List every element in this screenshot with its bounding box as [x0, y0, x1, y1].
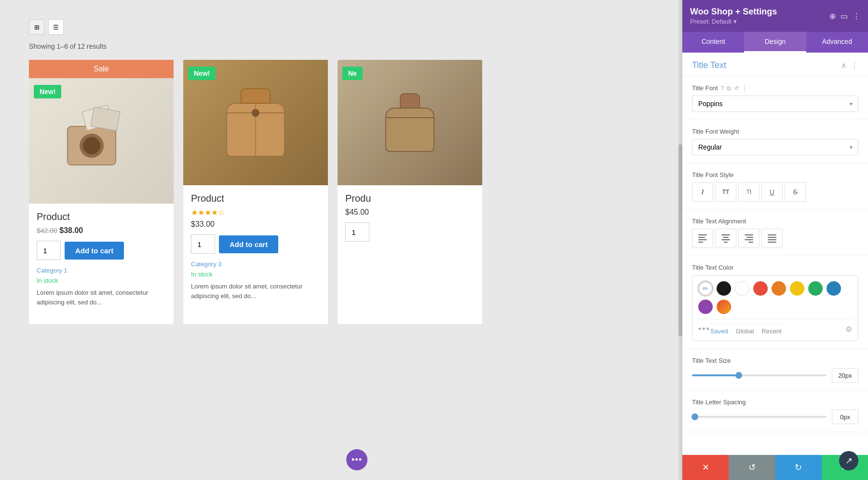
- color-picker-area: ✏ ••• Sav: [692, 275, 858, 341]
- color-swatches-row: ✏: [698, 281, 852, 314]
- list-view-button[interactable]: ☰: [48, 19, 64, 35]
- font-weight-select[interactable]: Regular: [692, 139, 858, 155]
- grid-icon: ⊞: [34, 24, 40, 31]
- title-text-alignment-group: Title Text Alignment: [682, 210, 868, 256]
- color-swatch-gradient[interactable]: [717, 300, 731, 314]
- title-text-size-group: Title Text Size 20px: [682, 349, 868, 391]
- product-description: Lorem ipsum dolor sit amet, consectetur …: [37, 288, 166, 307]
- floating-dots-button[interactable]: •••: [346, 449, 367, 470]
- price-wrap: $33.00: [191, 220, 320, 229]
- color-tab-global[interactable]: Global: [736, 328, 754, 335]
- align-right-icon: [745, 234, 753, 243]
- section-header: Title Text ∧ ⋮: [682, 53, 868, 77]
- collapse-icon[interactable]: ∧: [841, 61, 847, 70]
- quantity-input[interactable]: [37, 241, 61, 260]
- font-style-buttons: I TT Tt U S: [692, 182, 858, 202]
- add-to-cart-row: Add to cart: [191, 234, 320, 254]
- product-description: Lorem ipsum dolor sit amet, consectetur …: [191, 282, 320, 301]
- font-help-icon[interactable]: ?: [721, 85, 724, 92]
- title-text-size-label: Title Text Size: [692, 357, 858, 364]
- scroll-thumb[interactable]: [678, 144, 682, 336]
- redo-button[interactable]: ↻: [775, 455, 822, 480]
- color-swatch-yellow[interactable]: [790, 281, 804, 296]
- size-slider-value[interactable]: 20px: [832, 368, 858, 383]
- price-regular: $33.00: [191, 220, 215, 228]
- more-icon[interactable]: ⋮: [853, 12, 860, 21]
- color-more-dots[interactable]: •••: [698, 324, 710, 334]
- category-link[interactable]: Category 3: [191, 261, 320, 268]
- uppercase-button[interactable]: TT: [715, 182, 736, 202]
- underline-button[interactable]: U: [761, 182, 783, 202]
- capitalize-button[interactable]: Tt: [738, 182, 760, 202]
- eyedropper-button[interactable]: ✏: [698, 281, 713, 296]
- new-badge: New!: [188, 67, 216, 80]
- align-right-button[interactable]: [738, 229, 760, 248]
- color-swatch-green[interactable]: [808, 281, 823, 296]
- help-icon: ↗: [845, 455, 853, 466]
- strikethrough-button[interactable]: S: [785, 182, 806, 202]
- color-swatch-purple[interactable]: [698, 300, 713, 314]
- undo-icon: ↺: [748, 462, 756, 473]
- size-slider-thumb[interactable]: [735, 372, 742, 379]
- quantity-input[interactable]: [345, 222, 369, 242]
- section-more-icon[interactable]: ⋮: [851, 61, 858, 70]
- add-to-cart-button[interactable]: Add to cart: [65, 242, 124, 260]
- preset-label: Preset: Default: [690, 18, 732, 25]
- color-tab-saved[interactable]: Saved: [710, 328, 728, 335]
- align-center-button[interactable]: [715, 229, 736, 248]
- color-settings-icon[interactable]: ⚙: [845, 325, 852, 334]
- stars: ★★★★☆: [191, 208, 320, 217]
- product-image-wrap: Ne: [338, 60, 482, 185]
- color-swatch-white[interactable]: [735, 281, 749, 296]
- title-text-color-group: Title Text Color ✏: [682, 256, 868, 349]
- italic-button[interactable]: I: [692, 182, 713, 202]
- grid-view-button[interactable]: ⊞: [29, 19, 44, 35]
- color-tab-recent[interactable]: Recent: [761, 328, 781, 335]
- spacing-slider-value[interactable]: 0px: [832, 410, 858, 424]
- font-select[interactable]: Poppins: [692, 96, 858, 112]
- size-slider-track[interactable]: [692, 374, 826, 376]
- price-wrap: $42.00 $38.00: [37, 226, 166, 235]
- color-tabs: Saved Global Recent: [710, 323, 782, 335]
- cancel-button[interactable]: ✕: [682, 455, 729, 480]
- color-swatch-orange[interactable]: [772, 281, 786, 296]
- color-swatch-black[interactable]: [717, 281, 731, 296]
- scrollbar[interactable]: [678, 0, 682, 480]
- align-left-button[interactable]: [692, 229, 713, 248]
- in-stock-badge: In stock: [37, 277, 166, 284]
- product-title: Produ: [345, 193, 475, 204]
- color-swatch-red[interactable]: [753, 281, 768, 296]
- svg-point-2: [83, 137, 100, 154]
- font-copy-icon[interactable]: ⧉: [727, 85, 731, 92]
- floating-help-button[interactable]: ↗: [839, 451, 858, 470]
- spacing-slider-track[interactable]: [692, 416, 826, 418]
- title-font-label: Title Font ? ⧉ ↺ ⋮: [692, 84, 858, 92]
- preset-chevron[interactable]: ▾: [733, 18, 737, 25]
- align-justify-button[interactable]: [761, 229, 783, 248]
- category-link[interactable]: Category 1: [37, 267, 166, 274]
- price-regular: $45.00: [345, 208, 369, 216]
- panel-body: Title Text ∧ ⋮ Title Font ? ⧉ ↺ ⋮ Poppin: [682, 53, 868, 455]
- tab-advanced[interactable]: Advanced: [806, 32, 868, 53]
- tab-content[interactable]: Content: [682, 32, 744, 53]
- spacing-slider-thumb[interactable]: [692, 413, 698, 420]
- price-original: $42.00: [37, 227, 57, 234]
- quantity-input[interactable]: [191, 234, 215, 254]
- expand-icon[interactable]: ▭: [841, 12, 848, 21]
- color-swatch-blue[interactable]: [827, 281, 841, 296]
- add-to-cart-row: [345, 222, 475, 242]
- product-image-wrap: New!: [29, 78, 174, 204]
- font-reset-icon[interactable]: ↺: [734, 85, 739, 92]
- font-more-icon[interactable]: ⋮: [742, 85, 747, 92]
- product-info: Product ★★★★☆ $33.00 Add to cart Categor…: [183, 185, 328, 308]
- add-to-cart-button[interactable]: Add to cart: [219, 235, 278, 253]
- settings-icon[interactable]: ⊕: [829, 12, 836, 21]
- tab-design[interactable]: Design: [744, 32, 806, 53]
- title-text-alignment-label: Title Text Alignment: [692, 218, 858, 225]
- title-font-group: Title Font ? ⧉ ↺ ⋮ Poppins: [682, 77, 868, 120]
- title-font-style-group: Title Font Style I TT Tt U S: [682, 164, 868, 210]
- panel-header-icons: ⊕ ▭ ⋮: [829, 12, 860, 21]
- undo-button[interactable]: ↺: [729, 455, 775, 480]
- new-badge: New!: [34, 85, 61, 98]
- title-letter-spacing-group: Title Letter Spacing 0px: [682, 391, 868, 432]
